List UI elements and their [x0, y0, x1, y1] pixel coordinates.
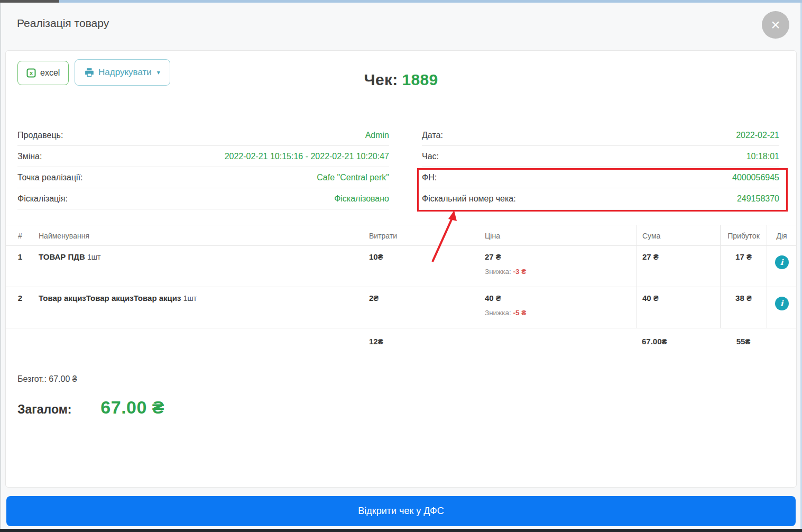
discount-line: Знижка: -5 ₴ [485, 309, 637, 317]
close-icon: × [771, 16, 780, 33]
discount-label: Знижка: [485, 309, 511, 317]
info-row-date: Дата: 2022-02-21 [422, 125, 779, 146]
footer-sum-total: 67.00₴ [637, 328, 720, 355]
fiscalization-value: Фіскалізовано [334, 194, 389, 204]
fn-value: 4000056945 [732, 173, 779, 182]
fiscal-number-value: 249158370 [737, 194, 779, 204]
sale-point-value: Cafe "Central perk" [317, 173, 389, 182]
items-table-footer: 12₴ 67.00₴ 55₴ [6, 328, 796, 355]
item-qty: 1шт [183, 294, 197, 302]
row-name-cell: Товар акцизТовар акцизТовар акциз 1шт [34, 287, 365, 328]
open-dfs-button[interactable]: Відкрити чек у ДФС [6, 496, 796, 526]
modal-title: Реалізація товару [17, 17, 109, 30]
footer-spacer [34, 328, 365, 355]
info-row-seller: Продавець: Admin [17, 125, 389, 146]
info-row-fiscalization: Фіскалізація: Фіскалізовано [17, 188, 389, 209]
discount-value: -5 ₴ [513, 309, 526, 317]
info-row-fiscal-number: Фіскальний номер чека: 249158370 [422, 188, 779, 209]
row-cost: 10₴ [365, 246, 481, 287]
row-cost: 2₴ [365, 287, 481, 328]
row-name-cell: ТОВАР ПДВ 1шт [34, 246, 365, 287]
row-price-cell: 40 ₴ Знижка: -5 ₴ [481, 287, 637, 328]
footer-spacer [481, 328, 637, 355]
seller-label: Продавець: [17, 131, 63, 140]
info-table-left: Продавець: Admin Зміна: 2022-02-21 10:15… [17, 125, 389, 209]
row-num: 1 [6, 246, 34, 287]
row-action-cell: i [767, 287, 796, 328]
shift-label: Зміна: [17, 152, 42, 161]
row-profit: 17 ₴ [720, 246, 767, 287]
date-value: 2022-02-21 [736, 131, 779, 140]
footer-cost-total: 12₴ [365, 328, 481, 355]
col-header-price: Ціна [481, 225, 637, 245]
window-edge-top-dark-segment [0, 0, 59, 3]
window-edge-top [0, 0, 802, 3]
item-qty: 1шт [87, 253, 100, 261]
check-title-label: Чек: [364, 71, 398, 88]
col-header-num: # [6, 225, 34, 245]
col-header-profit: Прибуток [720, 225, 767, 245]
item-name: Товар акцизТовар акцизТовар акциз [39, 293, 181, 302]
discount-value: -3 ₴ [513, 268, 526, 276]
receipt-card: x excel Надрукувати ▾ Чек:1889 Продавець… [5, 50, 797, 488]
date-label: Дата: [422, 131, 443, 140]
info-icon[interactable]: i [775, 297, 789, 310]
screenshot-root: { "modal": { "title": "Реалізація товару… [0, 0, 802, 532]
sale-point-label: Точка реалізації: [17, 173, 83, 182]
col-header-sum: Сума [637, 225, 720, 245]
fiscal-number-label: Фіскальний номер чека: [422, 194, 516, 204]
seller-value: Admin [365, 131, 389, 140]
info-row-shift: Зміна: 2022-02-21 10:15:16 - 2022-02-21 … [17, 146, 389, 167]
row-price-cell: 27 ₴ Знижка: -3 ₴ [481, 246, 637, 287]
shift-value: 2022-02-21 10:15:16 - 2022-02-21 10:20:4… [225, 152, 389, 161]
item-price: 27 ₴ [485, 252, 637, 261]
col-header-name: Найменування [34, 225, 365, 245]
row-sum: 27 ₴ [637, 246, 720, 287]
table-row: 2 Товар акцизТовар акцизТовар акциз 1шт … [6, 287, 796, 328]
fiscalization-label: Фіскалізація: [17, 194, 68, 204]
cashless-total: Безгот.: 67.00 ₴ [17, 374, 77, 384]
info-row-fn: ФН: 4000056945 [422, 167, 779, 188]
item-price: 40 ₴ [485, 293, 637, 302]
col-header-action: Дія [767, 225, 796, 245]
table-row: 1 ТОВАР ПДВ 1шт 10₴ 27 ₴ Знижка: -3 ₴ 27… [6, 246, 796, 287]
row-action-cell: i [767, 246, 796, 287]
time-label: Час: [422, 152, 439, 161]
footer-spacer [6, 328, 34, 355]
window-edge-left [0, 3, 1, 529]
discount-line: Знижка: -3 ₴ [485, 268, 637, 276]
close-button[interactable]: × [762, 11, 789, 39]
footer-spacer [767, 328, 796, 355]
items-table-header: # Найменування Витрати Ціна Сума Прибуто… [6, 225, 796, 246]
window-edge-bottom [0, 529, 802, 532]
col-header-cost: Витрати [365, 225, 481, 245]
item-name: ТОВАР ПДВ [39, 252, 85, 261]
footer-profit-total: 55₴ [720, 328, 767, 355]
info-row-sale-point: Точка реалізації: Cafe "Central perk" [17, 167, 389, 188]
time-value: 10:18:01 [746, 152, 779, 161]
check-title: Чек:1889 [6, 71, 796, 89]
row-num: 2 [6, 287, 34, 328]
grand-total: Загалом: 67.00 ₴ [17, 397, 164, 418]
items-table: # Найменування Витрати Ціна Сума Прибуто… [6, 225, 796, 355]
grand-total-label: Загалом: [17, 402, 71, 417]
discount-label: Знижка: [485, 268, 511, 276]
grand-total-value: 67.00 ₴ [100, 397, 164, 418]
row-sum: 40 ₴ [637, 287, 720, 328]
info-table-right: Дата: 2022-02-21 Час: 10:18:01 ФН: 40000… [422, 125, 779, 209]
info-icon[interactable]: i [775, 255, 789, 269]
fn-label: ФН: [422, 173, 437, 182]
info-row-time: Час: 10:18:01 [422, 146, 779, 167]
row-profit: 38 ₴ [720, 287, 767, 328]
check-number: 1889 [402, 71, 438, 88]
